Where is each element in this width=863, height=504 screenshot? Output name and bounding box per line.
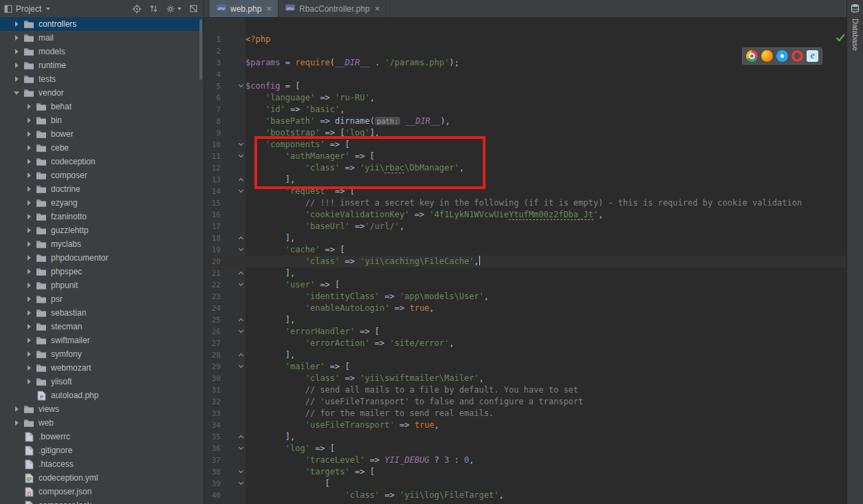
line-number[interactable]: 27 [204,338,221,349]
fold-marker-icon[interactable] [221,466,245,478]
tree-item-yiisoft[interactable]: yiisoft [0,375,204,388]
line-number[interactable]: 5 [204,80,221,92]
tree-item-phpspec[interactable]: phpspec [0,265,204,278]
line-number[interactable]: 1 [204,34,221,45]
tree-item-phpdocumentor[interactable]: phpdocumentor [0,251,204,265]
tree-item-gitignore[interactable]: .gitignore [0,443,204,457]
fold-marker-icon[interactable] [221,443,245,454]
expand-arrow-icon[interactable] [23,283,34,288]
code-line-6[interactable]: 6 'language' => 'ru-RU', [204,92,846,104]
safari-browser-icon[interactable] [776,50,788,62]
tree-item-controllers[interactable]: controllers [0,17,204,31]
tree-item-htaccess[interactable]: .htaccess [0,457,204,471]
line-number[interactable]: 30 [204,373,221,384]
fold-marker-icon[interactable] [221,314,245,326]
fold-marker-icon[interactable] [221,267,245,279]
code-line-32[interactable]: 32 // 'useFileTransport' to false and co… [204,396,846,408]
code-line-35[interactable]: 35 ], [204,431,846,443]
fold-marker-icon[interactable] [221,186,245,197]
fold-marker-icon[interactable] [221,151,245,162]
expand-arrow-icon[interactable] [11,76,22,82]
tree-item-sebastian[interactable]: sebastian [0,306,204,320]
tree-item-mail[interactable]: mail [0,31,204,45]
code-line-24[interactable]: 24 'enableAutoLogin' => true, [204,303,846,314]
firefox-browser-icon[interactable] [761,50,773,62]
tree-item-doctrine[interactable]: doctrine [0,182,204,196]
expand-arrow-icon[interactable] [23,228,34,233]
expand-arrow-icon[interactable] [23,145,34,151]
tree-item-codeception-yml[interactable]: codeception.yml [0,471,204,485]
line-number[interactable]: 13 [204,174,221,186]
line-number[interactable]: 3 [204,57,221,69]
line-number[interactable]: 37 [204,454,221,466]
tree-item-autoload-php[interactable]: Pautoload.php [0,388,204,402]
tree-item-webmozart[interactable]: webmozart [0,361,204,375]
line-number[interactable]: 18 [204,232,221,244]
expand-arrow-icon[interactable] [23,118,34,123]
project-panel-scrollbar[interactable] [199,19,202,80]
line-number[interactable]: 33 [204,408,221,419]
line-number[interactable]: 8 [204,116,221,127]
code-line-37[interactable]: 37 'traceLevel' => YII_DEBUG ? 3 : 0, [204,454,846,466]
tree-item-runtime[interactable]: runtime [0,58,204,72]
tree-item-behat[interactable]: behat [0,100,204,113]
fold-marker-icon[interactable] [221,361,245,373]
line-number[interactable]: 15 [204,197,221,209]
code-line-21[interactable]: 21 ], [204,267,846,279]
code-line-26[interactable]: 26 'errorHandler' => [ [204,326,846,338]
code-line-23[interactable]: 23 'identityClass' => 'app\models\User', [204,291,846,303]
tree-item-ezyang[interactable]: ezyang [0,196,204,210]
line-number[interactable]: 32 [204,396,221,408]
line-number[interactable]: 31 [204,384,221,396]
expand-arrow-icon[interactable] [23,131,34,137]
line-number[interactable]: 11 [204,151,221,162]
code-line-19[interactable]: 19 'cache' => [ [204,244,846,256]
line-number[interactable]: 26 [204,326,221,338]
tree-item-swiftmailer[interactable]: swiftmailer [0,333,204,347]
fold-marker-icon[interactable] [221,244,245,256]
tree-item-bower[interactable]: bower [0,127,204,141]
expand-arrow-icon[interactable] [23,351,34,357]
code-line-11[interactable]: 11 'authManager' => [ [204,151,846,162]
expand-arrow-icon[interactable] [23,200,34,206]
expand-arrow-icon[interactable] [23,104,34,109]
line-number[interactable]: 40 [204,490,221,501]
inspection-ok-icon[interactable] [835,32,845,45]
line-number[interactable]: 23 [204,291,221,303]
line-number[interactable]: 20 [204,256,221,267]
code-line-29[interactable]: 29 'mailer' => [ [204,361,846,373]
sort-icon[interactable] [149,4,158,13]
expand-arrow-icon[interactable] [23,338,34,343]
close-tab-icon[interactable]: × [375,3,380,14]
line-number[interactable]: 12 [204,162,221,174]
code-line-9[interactable]: 9 'bootstrap' => ['log'], [204,127,846,139]
locate-icon[interactable] [132,4,142,14]
code-line-20[interactable]: 20 'class' => 'yii\caching\FileCache', [204,256,846,267]
code-line-17[interactable]: 17 'baseUrl' =>'/url/', [204,221,846,232]
expand-arrow-icon[interactable] [23,365,34,371]
close-tab-icon[interactable]: × [266,3,272,14]
line-number[interactable]: 34 [204,419,221,431]
tree-item-tests[interactable]: tests [0,72,204,86]
tree-item-stecman[interactable]: stecman [0,320,204,333]
tree-item-bin[interactable]: bin [0,113,204,127]
editor-tab-rbaccontroller-php[interactable]: phpRbacController.php× [278,0,386,17]
code-line-12[interactable]: 12 'class' => 'yii\rbac\DbManager', [204,162,846,174]
fold-marker-icon[interactable] [221,326,245,338]
line-number[interactable]: 7 [204,104,221,116]
expand-arrow-icon[interactable] [23,241,34,247]
code-line-15[interactable]: 15 // !!! insert a secret key in the fol… [204,197,846,209]
expand-arrow-icon[interactable] [23,214,34,219]
tree-item-bowerrc[interactable]: .bowerrc [0,430,204,443]
line-number[interactable]: 4 [204,69,221,80]
line-number[interactable]: 29 [204,361,221,373]
expand-arrow-icon[interactable] [11,49,22,54]
expand-arrow-icon[interactable] [23,159,34,164]
code-line-31[interactable]: 31 // send all mails to a file by defaul… [204,384,846,396]
line-number[interactable]: 19 [204,244,221,256]
settings-gear-icon[interactable] [166,4,182,14]
expand-arrow-icon[interactable] [23,324,34,329]
code-line-40[interactable]: 40 'class' => 'yii\log\FileTarget', [204,490,846,501]
code-line-22[interactable]: 22 'user' => [ [204,279,846,291]
ie-browser-icon[interactable]: e [807,50,818,62]
